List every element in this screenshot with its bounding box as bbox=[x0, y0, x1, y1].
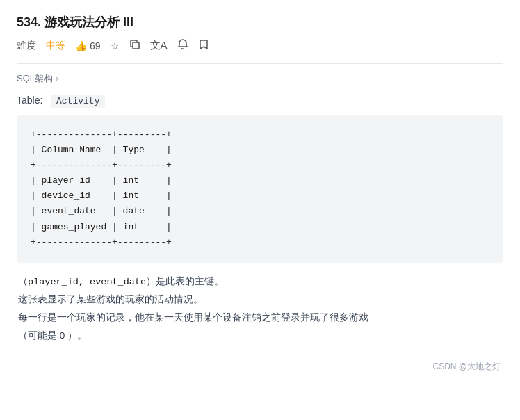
action-icons: 👍 69 ☆ 文A bbox=[75, 39, 209, 52]
footer-text: CSDN @大地之灯 bbox=[432, 362, 501, 371]
translate-button[interactable]: 文A bbox=[150, 39, 168, 52]
bookmark-button[interactable] bbox=[198, 39, 209, 52]
like-count: 69 bbox=[90, 40, 101, 51]
copy-icon bbox=[129, 39, 140, 52]
translate-icon: 文A bbox=[150, 39, 168, 52]
desc-line-4: （可能是 0 ）。 bbox=[18, 327, 503, 345]
difficulty-label: 难度 bbox=[17, 40, 36, 52]
pk-highlight: player_id, event_date bbox=[28, 277, 146, 287]
bell-button[interactable] bbox=[177, 39, 188, 52]
schema-line-4: | player_id | int | bbox=[31, 173, 489, 188]
bell-icon bbox=[177, 39, 188, 52]
table-name-badge: Activity bbox=[51, 95, 105, 108]
schema-line-5: | device_id | int | bbox=[31, 188, 489, 204]
star-button[interactable]: ☆ bbox=[111, 40, 120, 51]
like-icon: 👍 bbox=[75, 40, 87, 51]
svg-rect-0 bbox=[133, 42, 139, 49]
divider bbox=[17, 63, 503, 64]
desc-line-1: （player_id, event_date）是此表的主键。 bbox=[18, 273, 503, 291]
difficulty-value: 中等 bbox=[46, 40, 65, 52]
footer: CSDN @大地之灯 bbox=[17, 361, 503, 373]
schema-line-2: | Column Name | Type | bbox=[31, 143, 489, 158]
desc-line-3: 每一行是一个玩家的记录，他在某一天使用某个设备注销之前登录并玩了很多游戏 bbox=[18, 309, 503, 327]
page-title: 534. 游戏玩法分析 III bbox=[17, 14, 133, 31]
desc-line-2: 这张表显示了某些游戏的玩家的活动情况。 bbox=[18, 291, 503, 309]
schema-line-6: | event_date | date | bbox=[31, 204, 489, 219]
schema-line-8: +--------------+---------+ bbox=[31, 235, 489, 250]
chevron-right-icon: › bbox=[56, 74, 58, 83]
schema-line-7: | games_played | int | bbox=[31, 220, 489, 235]
table-label-row: Table: Activity bbox=[17, 95, 503, 108]
star-icon: ☆ bbox=[111, 40, 120, 51]
bookmark-icon bbox=[198, 39, 209, 52]
meta-row: 难度 中等 👍 69 ☆ 文A bbox=[17, 39, 503, 52]
breadcrumb-label: SQL架构 bbox=[17, 72, 53, 85]
schema-line-3: +--------------+---------+ bbox=[31, 158, 489, 173]
title-row: 534. 游戏玩法分析 III bbox=[17, 14, 503, 31]
table-prefix: Table: bbox=[17, 95, 42, 106]
breadcrumb[interactable]: SQL架构 › bbox=[17, 72, 503, 85]
page-container: 534. 游戏玩法分析 III 难度 中等 👍 69 ☆ bbox=[0, 0, 520, 384]
description-block: （player_id, event_date）是此表的主键。 这张表显示了某些游… bbox=[17, 273, 503, 345]
schema-box: +--------------+---------+ | Column Name… bbox=[17, 115, 503, 263]
copy-button[interactable] bbox=[129, 39, 140, 52]
schema-line-1: +--------------+---------+ bbox=[31, 127, 489, 143]
like-button[interactable]: 👍 69 bbox=[75, 40, 101, 51]
